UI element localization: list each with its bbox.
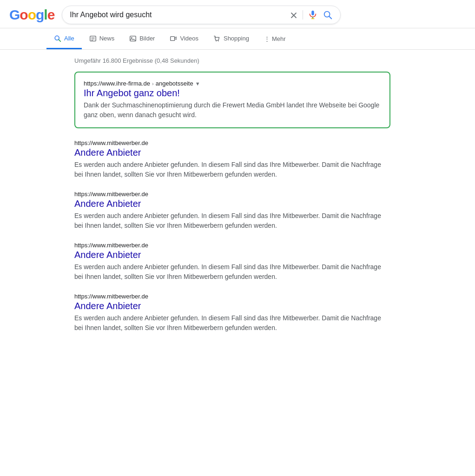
featured-title[interactable]: Ihr Angebot ganz oben! bbox=[84, 88, 381, 99]
result-url-2: https://www.mitbewerber.de bbox=[74, 242, 390, 249]
svg-line-6 bbox=[59, 40, 60, 41]
result-item-2: https://www.mitbewerber.de Andere Anbiet… bbox=[74, 242, 390, 282]
videos-tab-icon bbox=[170, 34, 177, 42]
tab-shopping-label: Shopping bbox=[224, 35, 249, 42]
result-title-3[interactable]: Andere Anbieter bbox=[74, 301, 390, 311]
result-url-1: https://www.mitbewerber.de bbox=[74, 191, 390, 198]
result-snippet-0: Es werden auch andere Anbieter gefunden.… bbox=[74, 160, 390, 179]
tab-alle-label: Alle bbox=[64, 35, 74, 42]
logo-o1: o bbox=[20, 7, 27, 23]
search-button[interactable] bbox=[323, 10, 333, 20]
tab-news-label: News bbox=[99, 35, 115, 42]
tab-alle[interactable]: Alle bbox=[46, 28, 82, 49]
results-area: Umgefähr 16.800 Ergebnisse (0,48 Sekunde… bbox=[0, 50, 400, 351]
svg-rect-13 bbox=[171, 36, 175, 40]
svg-point-12 bbox=[131, 37, 132, 39]
featured-url-arrow: › bbox=[152, 81, 154, 86]
featured-url: https://www.ihre-firma.de › angebotsseit… bbox=[84, 80, 381, 87]
search-icon bbox=[323, 10, 333, 20]
result-title-0[interactable]: Andere Anbieter bbox=[74, 147, 390, 158]
mic-button[interactable] bbox=[308, 10, 318, 20]
mic-icon bbox=[308, 10, 318, 20]
logo-e: e bbox=[47, 7, 55, 23]
more-dots-icon: ⋮ bbox=[264, 35, 270, 42]
tab-bilder-label: Bilder bbox=[139, 35, 155, 42]
result-item-0: https://www.mitbewerber.de Andere Anbiet… bbox=[74, 139, 390, 179]
featured-result: https://www.ihre-firma.de › angebotsseit… bbox=[74, 72, 390, 128]
google-logo[interactable]: Google bbox=[9, 7, 54, 23]
svg-point-15 bbox=[218, 40, 219, 41]
tab-shopping[interactable]: Shopping bbox=[206, 28, 257, 49]
tab-bilder[interactable]: Bilder bbox=[122, 28, 162, 49]
svg-line-4 bbox=[330, 16, 332, 19]
result-snippet-2: Es werden auch andere Anbieter gefunden.… bbox=[74, 262, 390, 282]
logo-l: l bbox=[44, 7, 47, 23]
featured-dropdown-icon[interactable]: ▼ bbox=[195, 81, 200, 86]
shopping-tab-icon bbox=[213, 34, 221, 42]
result-snippet-3: Es werden auch andere Anbieter gefunden.… bbox=[74, 313, 390, 333]
svg-rect-0 bbox=[312, 11, 315, 15]
logo-g: G bbox=[9, 7, 20, 23]
search-bar-icons bbox=[290, 10, 333, 20]
search-divider bbox=[303, 10, 303, 20]
news-tab-icon bbox=[89, 34, 97, 42]
result-item-3: https://www.mitbewerber.de Andere Anbiet… bbox=[74, 293, 390, 333]
tab-videos[interactable]: Videos bbox=[162, 28, 206, 49]
logo-g2: g bbox=[36, 7, 44, 23]
svg-point-14 bbox=[216, 40, 217, 41]
results-stats: Umgefähr 16.800 Ergebnisse (0,48 Sekunde… bbox=[74, 57, 390, 64]
clear-icon bbox=[290, 11, 298, 20]
tab-news[interactable]: News bbox=[82, 28, 122, 49]
header: Google bbox=[0, 0, 475, 28]
result-title-1[interactable]: Andere Anbieter bbox=[74, 198, 390, 209]
search-tab-icon bbox=[54, 34, 61, 42]
clear-button[interactable] bbox=[290, 10, 298, 19]
search-bar bbox=[62, 6, 341, 24]
result-url-0: https://www.mitbewerber.de bbox=[74, 139, 390, 146]
featured-snippet: Dank der Suchmaschinenoptimierung durch … bbox=[84, 100, 381, 120]
bilder-tab-icon bbox=[129, 34, 137, 42]
result-item-1: https://www.mitbewerber.de Andere Anbiet… bbox=[74, 191, 390, 231]
logo-o2: o bbox=[28, 7, 36, 23]
tab-videos-label: Videos bbox=[180, 35, 198, 42]
result-title-2[interactable]: Andere Anbieter bbox=[74, 250, 390, 260]
nav-tabs: Alle News Bilder bbox=[0, 28, 475, 50]
more-button[interactable]: ⋮ Mehr bbox=[257, 30, 293, 48]
search-input[interactable] bbox=[70, 11, 286, 19]
result-url-3: https://www.mitbewerber.de bbox=[74, 293, 390, 300]
more-label: Mehr bbox=[272, 35, 286, 42]
result-snippet-1: Es werden auch andere Anbieter gefunden.… bbox=[74, 211, 390, 231]
